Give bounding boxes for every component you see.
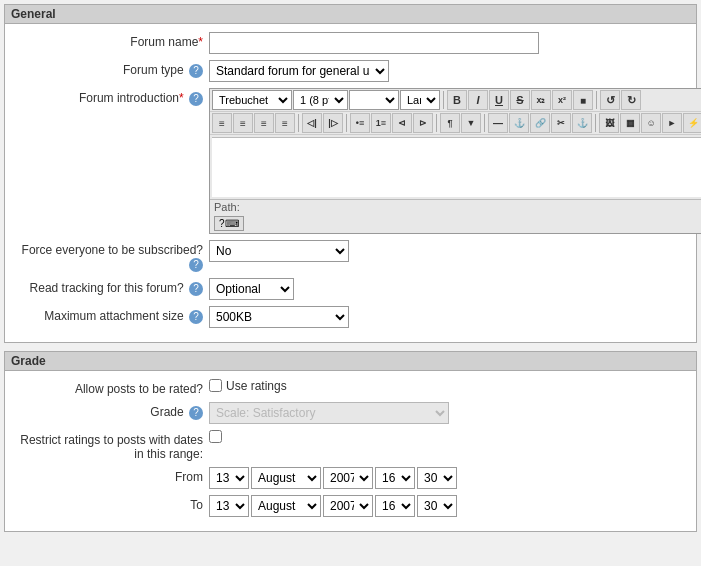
read-tracking-select[interactable]: Optional Off On: [209, 278, 294, 300]
editor-container: Trebuchet Arial Verdana 1 (8 pt) 2 (10 p…: [209, 88, 701, 234]
editor-subscript-btn[interactable]: x₂: [531, 90, 551, 110]
editor-outdent-btn[interactable]: ⊲: [392, 113, 412, 133]
to-date-control: 13 August 2007 16 30: [209, 495, 692, 517]
editor-hrule-btn[interactable]: —: [488, 113, 508, 133]
from-year-select[interactable]: 2007: [323, 467, 373, 489]
subscribe-help-icon[interactable]: ?: [189, 258, 203, 272]
editor-media-btn[interactable]: ►: [662, 113, 682, 133]
attachment-label: Maximum attachment size ?: [9, 306, 209, 324]
read-tracking-control: Optional Off On: [209, 278, 692, 300]
editor-unordered-btn[interactable]: •≡: [350, 113, 370, 133]
editor-toolbar-row1: Trebuchet Arial Verdana 1 (8 pt) 2 (10 p…: [210, 89, 701, 112]
toolbar-sep6: [484, 114, 485, 132]
forum-name-label: Forum name*: [9, 32, 209, 49]
attachment-help-icon[interactable]: ?: [189, 310, 203, 324]
from-month-select[interactable]: August: [251, 467, 321, 489]
forum-name-input[interactable]: [209, 32, 539, 54]
forum-intro-label: Forum introduction* ?: [9, 88, 209, 106]
editor-image-btn[interactable]: 🖼: [599, 113, 619, 133]
subscribe-control: No Yes Auto subscribe: [209, 240, 692, 262]
path-btn-icon: ?⌨: [219, 218, 239, 229]
editor-toolbar-row2: ≡ ≡ ≡ ≡ ◁| |▷ •≡ 1≡ ⊲ ⊳: [210, 112, 701, 135]
allow-ratings-row: Allow posts to be rated? Use ratings: [9, 379, 692, 396]
from-label: From: [9, 467, 209, 484]
editor-removeformat-btn[interactable]: ■: [573, 90, 593, 110]
forum-intro-control: Trebuchet Arial Verdana 1 (8 pt) 2 (10 p…: [209, 88, 701, 234]
editor-lang-select[interactable]: Lang: [400, 90, 440, 110]
editor-ordered-btn[interactable]: 1≡: [371, 113, 391, 133]
editor-bold-btn[interactable]: B: [447, 90, 467, 110]
editor-subscript2-btn[interactable]: ▼: [461, 113, 481, 133]
forum-type-control: Standard forum for general use A single …: [209, 60, 692, 82]
to-month-select[interactable]: August: [251, 495, 321, 517]
forum-type-select[interactable]: Standard forum for general use A single …: [209, 60, 389, 82]
editor-undo-btn[interactable]: ↺: [600, 90, 620, 110]
attachment-row: Maximum attachment size ? 500KB 1MB 2MB …: [9, 306, 692, 328]
forum-type-help-icon[interactable]: ?: [189, 64, 203, 78]
read-tracking-help-icon[interactable]: ?: [189, 282, 203, 296]
from-date-selects: 13 August 2007 16 30: [209, 467, 457, 489]
toolbar-sep7: [595, 114, 596, 132]
editor-underline-btn[interactable]: U: [489, 90, 509, 110]
page: General Forum name* Forum type ?: [0, 0, 701, 566]
grade-help-icon[interactable]: ?: [189, 406, 203, 420]
editor-italic-btn[interactable]: I: [468, 90, 488, 110]
to-minute-select[interactable]: 30: [417, 495, 457, 517]
editor-link-btn[interactable]: 🔗: [530, 113, 550, 133]
editor-anchor2-btn[interactable]: ⚓: [572, 113, 592, 133]
editor-alignright-btn[interactable]: ≡: [254, 113, 274, 133]
grade-select[interactable]: Scale: Satisfactory: [209, 402, 449, 424]
to-day-select[interactable]: 13: [209, 495, 249, 517]
editor-redo-btn[interactable]: ↻: [621, 90, 641, 110]
editor-path-button[interactable]: ?⌨: [214, 216, 244, 231]
restrict-ratings-control: [209, 430, 692, 443]
toolbar-sep3: [298, 114, 299, 132]
general-section-header: General: [5, 5, 696, 24]
editor-strikethrough-btn[interactable]: S: [510, 90, 530, 110]
restrict-ratings-checkbox[interactable]: [209, 430, 222, 443]
grade-control: Scale: Satisfactory: [209, 402, 692, 424]
editor-directionltr-btn[interactable]: ◁|: [302, 113, 322, 133]
read-tracking-label: Read tracking for this forum? ?: [9, 278, 209, 296]
editor-directionrtl-btn[interactable]: |▷: [323, 113, 343, 133]
editor-formatblock-btn[interactable]: ¶: [440, 113, 460, 133]
to-date-row: To 13 August 2007 16: [9, 495, 692, 517]
editor-content[interactable]: [212, 137, 701, 197]
editor-font-select[interactable]: Trebuchet Arial Verdana: [212, 90, 292, 110]
toolbar-sep5: [436, 114, 437, 132]
grade-row: Grade ? Scale: Satisfactory: [9, 402, 692, 424]
to-hour-select[interactable]: 16: [375, 495, 415, 517]
general-section-body: Forum name* Forum type ? Standard forum …: [5, 24, 696, 342]
use-ratings-checkbox[interactable]: [209, 379, 222, 392]
from-date-row: From 13 August 2007 16: [9, 467, 692, 489]
forum-intro-row: Forum introduction* ? Trebuchet Arial Ve…: [9, 88, 692, 234]
toolbar-sep1: [443, 91, 444, 109]
grade-section: Grade Allow posts to be rated? Use ratin…: [4, 351, 697, 532]
editor-size-select[interactable]: 1 (8 pt) 2 (10 pt) 3 (12 pt): [293, 90, 348, 110]
use-ratings-label[interactable]: Use ratings: [209, 379, 287, 393]
from-minute-select[interactable]: 30: [417, 467, 457, 489]
from-hour-select[interactable]: 16: [375, 467, 415, 489]
path-label: Path:: [214, 201, 240, 213]
forum-type-row: Forum type ? Standard forum for general …: [9, 60, 692, 82]
editor-style-select[interactable]: [349, 90, 399, 110]
to-label: To: [9, 495, 209, 512]
editor-superscript-btn[interactable]: x²: [552, 90, 572, 110]
editor-anchor-btn[interactable]: ⚓: [509, 113, 529, 133]
editor-removelink-btn[interactable]: ✂: [551, 113, 571, 133]
forum-intro-help-icon[interactable]: ?: [189, 92, 203, 106]
subscribe-select[interactable]: No Yes Auto subscribe: [209, 240, 349, 262]
editor-alignleft-btn[interactable]: ≡: [212, 113, 232, 133]
attachment-select[interactable]: 500KB 1MB 2MB No limit: [209, 306, 349, 328]
editor-alignjustify-btn[interactable]: ≡: [275, 113, 295, 133]
editor-flash-btn[interactable]: ⚡: [683, 113, 701, 133]
editor-emoticons-btn[interactable]: ☺: [641, 113, 661, 133]
editor-aligncenter-btn[interactable]: ≡: [233, 113, 253, 133]
subscribe-label: Force everyone to be subscribed? ?: [9, 240, 209, 272]
editor-indent-btn[interactable]: ⊳: [413, 113, 433, 133]
editor-table-btn[interactable]: ▦: [620, 113, 640, 133]
from-day-select[interactable]: 13: [209, 467, 249, 489]
editor-path: Path:: [210, 199, 701, 214]
forum-name-control: [209, 32, 692, 54]
to-year-select[interactable]: 2007: [323, 495, 373, 517]
